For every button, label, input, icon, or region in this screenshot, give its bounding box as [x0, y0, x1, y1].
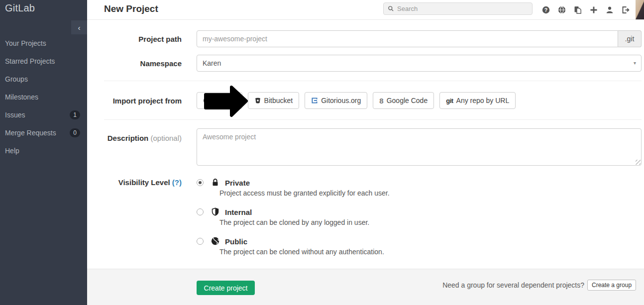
chevron-down-icon: ▾ — [634, 55, 636, 71]
header-icon-row: ? — [542, 0, 630, 19]
visibility-internal-title: Internal — [225, 208, 252, 216]
visibility-private-desc: Project access must be granted explicitl… — [219, 189, 390, 197]
textarea-resize-handle[interactable] — [636, 160, 641, 165]
import-gitorious-button[interactable]: Gitorious.org — [305, 92, 367, 109]
visibility-level-label: Visibility Level (?) — [104, 178, 182, 187]
sidebar-item-issues[interactable]: Issues 1 — [0, 106, 87, 124]
globe-icon — [211, 237, 219, 245]
description-label: Description (optional) — [104, 134, 182, 142]
visibility-help-link[interactable]: (?) — [172, 178, 182, 187]
sidebar-nav: Your Projects Starred Projects Groups Mi… — [0, 34, 87, 160]
bitbucket-icon — [254, 97, 261, 104]
top-header: New Project ? — [87, 0, 644, 20]
sidebar-item-groups[interactable]: Groups — [0, 70, 87, 88]
radio-public[interactable] — [197, 238, 204, 245]
help-icon[interactable]: ? — [542, 6, 550, 14]
namespace-select[interactable]: Karen ▾ — [197, 55, 642, 72]
lock-icon — [211, 178, 219, 187]
page-title: New Project — [104, 3, 158, 14]
project-path-group: .git — [197, 30, 642, 47]
import-google-code-button[interactable]: 8 Google Code — [373, 92, 434, 109]
google-code-icon: 8 — [379, 97, 383, 105]
namespace-value: Karen — [203, 59, 221, 67]
shield-icon — [211, 207, 219, 216]
gitorious-icon — [311, 97, 318, 104]
issues-count-badge: 1 — [70, 110, 80, 119]
sidebar-item-your-projects[interactable]: Your Projects — [0, 34, 87, 52]
namespace-label: Namespace — [104, 59, 182, 68]
git-icon: git — [446, 97, 453, 104]
description-textarea[interactable] — [197, 128, 642, 166]
group-hint-text: Need a group for several dependent proje… — [348, 281, 584, 289]
copy-icon[interactable] — [574, 6, 582, 14]
import-github-button[interactable]: GitHub — [197, 92, 242, 109]
sidebar-item-merge-requests[interactable]: Merge Requests 0 — [0, 124, 87, 142]
user-icon[interactable] — [606, 6, 614, 14]
sidebar: GitLab ‹ Your Projects Starred Projects … — [0, 0, 87, 305]
project-path-label: Project path — [104, 35, 182, 43]
import-bitbucket-button[interactable]: Bitbucket — [248, 92, 300, 109]
visibility-internal-desc: The project can be cloned by any logged … — [219, 218, 369, 226]
radio-private[interactable] — [197, 179, 204, 186]
import-any-repo-button[interactable]: git Any repo by URL — [439, 92, 516, 109]
search-icon — [388, 5, 394, 12]
optional-hint: (optional) — [150, 134, 182, 142]
plus-icon[interactable] — [590, 6, 598, 14]
sidebar-collapse-button[interactable]: ‹ — [71, 20, 87, 34]
section-divider — [104, 119, 642, 120]
create-a-group-button[interactable]: Create a group — [587, 280, 636, 291]
svg-text:?: ? — [544, 7, 547, 13]
radio-internal[interactable] — [197, 208, 204, 215]
import-button-row: GitHub Bitbucket Gitorious.org 8 Google … — [197, 92, 516, 109]
chevron-left-icon: ‹ — [78, 23, 81, 32]
gitlab-new-project-page: GitLab ‹ Your Projects Starred Projects … — [0, 0, 644, 305]
project-path-input[interactable] — [197, 30, 618, 47]
visibility-public-title: Public — [225, 237, 247, 246]
create-project-button[interactable]: Create project — [197, 281, 255, 295]
search-box[interactable] — [383, 2, 533, 15]
globe-icon[interactable] — [558, 6, 566, 14]
github-icon — [203, 97, 211, 104]
merge-requests-count-badge: 0 — [70, 128, 80, 137]
visibility-private-title: Private — [225, 179, 250, 187]
sign-out-icon[interactable] — [622, 6, 630, 14]
search-input[interactable] — [397, 5, 528, 12]
section-divider — [104, 81, 642, 81]
git-suffix-addon: .git — [618, 30, 642, 47]
sidebar-item-help[interactable]: Help — [0, 142, 87, 160]
user-avatar[interactable] — [636, 0, 644, 19]
sidebar-item-starred-projects[interactable]: Starred Projects — [0, 52, 87, 70]
import-from-label: Import project from — [104, 97, 182, 105]
gitlab-logo[interactable]: GitLab — [5, 2, 35, 14]
sidebar-item-milestones[interactable]: Milestones — [0, 88, 87, 106]
visibility-public-desc: The project can be cloned without any au… — [219, 248, 384, 256]
